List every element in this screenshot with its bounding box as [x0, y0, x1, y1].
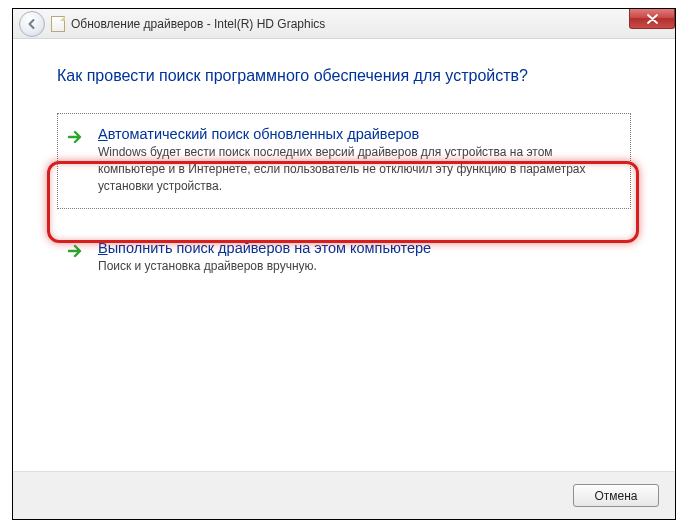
cancel-button[interactable]: Отмена [573, 484, 659, 507]
footer: Отмена [13, 471, 675, 519]
document-icon [51, 16, 65, 32]
window-title: Обновление драйверов - Intel(R) HD Graph… [71, 17, 325, 31]
option-auto-title: Автоматический поиск обновленных драйвер… [98, 126, 614, 142]
arrow-right-icon [66, 128, 84, 146]
back-button[interactable] [19, 11, 45, 37]
option-auto-desc: Windows будет вести поиск последних верс… [98, 144, 614, 194]
option-auto-search[interactable]: Автоматический поиск обновленных драйвер… [57, 113, 631, 209]
close-button[interactable] [629, 9, 675, 29]
option-manual-title: Выполнить поиск драйверов на этом компью… [98, 240, 614, 256]
arrow-right-icon [66, 242, 84, 260]
driver-update-window: Обновление драйверов - Intel(R) HD Graph… [13, 9, 675, 519]
body-area: Как провести поиск программного обеспече… [13, 39, 675, 471]
titlebar: Обновление драйверов - Intel(R) HD Graph… [13, 9, 675, 39]
window-outline: Обновление драйверов - Intel(R) HD Graph… [12, 8, 676, 520]
option-manual-search[interactable]: Выполнить поиск драйверов на этом компью… [57, 227, 631, 290]
option-manual-desc: Поиск и установка драйверов вручную. [98, 258, 614, 275]
page-heading: Как провести поиск программного обеспече… [57, 67, 631, 85]
